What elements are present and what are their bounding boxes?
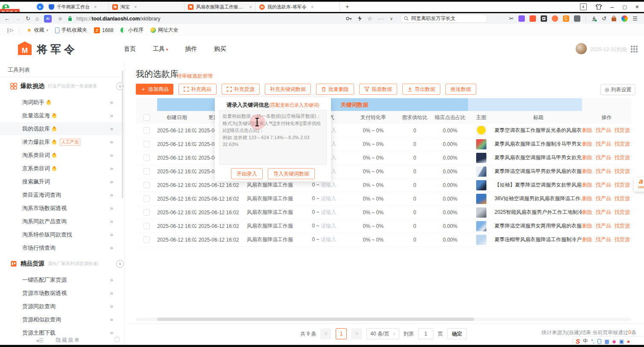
collapse-chevron-icon[interactable]: ∨ [116,260,124,268]
browser-tab-active[interactable]: M 我的选款库-将军令 × [256,2,340,12]
double-arrow-icon[interactable]: » [110,218,113,225]
cell-title[interactable]: 夏季降温空调服男女两用带风扇的衣服... [495,222,582,230]
horizontal-scrollbar-thumb[interactable] [157,318,474,321]
ime-toolbox-icon[interactable]: ▣ [619,338,624,344]
supplement-keyword-button[interactable]: 补充关键词数据 [265,84,311,95]
quick-access-icon[interactable]: ▸ [37,3,44,10]
downloads-icon[interactable] [591,16,597,22]
double-arrow-icon[interactable]: » [110,330,113,336]
nav-tools[interactable]: 工具▾ [153,45,168,53]
sidebar-item-货源相似款查询[interactable]: 货源相似款查询» [0,313,124,326]
double-arrow-icon[interactable]: » [110,277,113,283]
sidebar-item-淘系特价版同款查找[interactable]: 淘系特价版同款查找» [0,228,124,241]
delete-link[interactable]: 删除 [582,195,592,201]
minimize-button[interactable]: – [611,3,614,10]
ime-lang-toggle[interactable]: 中 [583,338,588,345]
ime-keyboard-icon[interactable]: ▦ [604,338,609,344]
sidebar-item-货源市场数据透视[interactable]: 货源市场数据透视» [0,286,124,300]
row-checkbox[interactable] [143,209,150,216]
double-arrow-icon[interactable]: » [110,112,113,119]
cell-title[interactable]: 夏季风扇衣服降温工作服制冷马甲男女... [495,140,582,148]
theme-shirt-icon[interactable] [595,4,602,10]
pending-review-link[interactable]: 待审核选款管理 [177,73,213,80]
cell-title[interactable]: 2025智能风扇衣服男户外工作工地制冷... [495,209,582,216]
double-arrow-icon[interactable]: » [110,192,113,198]
forward-icon[interactable]: → [15,15,20,22]
menu-icon[interactable]: ☰ [632,15,638,22]
row-checkbox[interactable] [143,127,150,134]
cell-title[interactable]: 36V短袖空调服男款风扇衣服降温工作... [495,195,582,202]
prev-page-button[interactable]: < [320,328,331,339]
delete-link[interactable]: 删除 [582,182,592,188]
cell-search-popularity[interactable]: 0 ~ 请输入 [299,195,349,202]
product-thumbnail[interactable] [476,125,486,136]
start-entry-button[interactable]: 开始录入 [231,168,263,179]
find-source-link[interactable]: 找货源 [615,236,630,242]
tab-count-badge[interactable]: 4 [580,3,587,10]
double-arrow-icon[interactable]: » [110,178,113,185]
sidebar-item-我的选款库[interactable]: 我的选款库» [0,122,124,135]
browser-tab[interactable]: 淘 淘宝 × [109,2,184,12]
maximize-button[interactable]: ▢ [622,4,626,10]
supplement-source-button[interactable]: 补充货源 [222,84,260,95]
find-product-link[interactable]: 找产品 [596,141,611,147]
scissors-icon[interactable]: ✂ [509,15,514,22]
ime-punctuation-icon[interactable]: °, [591,338,594,344]
extension-fox-icon[interactable] [530,15,536,22]
bookmark-1688[interactable]: Z 1688 [94,27,114,33]
sidebar-item-货源同款查询[interactable]: 货源同款查询» [0,300,124,313]
delete-link[interactable]: 删除 [582,127,592,133]
floating-1688-widget[interactable]: a 1688 [634,177,644,192]
browser-tab[interactable]: 淘 风扇衣服降温工作服_淘宝搜索 × [184,2,256,12]
product-thumbnail[interactable] [476,139,486,149]
delete-link[interactable]: 删除 [582,141,592,147]
history-undo-icon[interactable]: ↺ [602,15,606,22]
more-options-icon[interactable]: ··· [378,16,384,22]
delete-link[interactable]: 删除 [582,236,592,242]
delete-link[interactable]: 删除 [582,168,592,174]
product-thumbnail[interactable] [476,194,486,204]
double-arrow-icon[interactable]: » [110,152,113,158]
row-checkbox[interactable] [143,236,150,243]
row-checkbox[interactable] [143,168,150,175]
delete-link[interactable]: 删除 [582,223,592,229]
find-product-link[interactable]: 找产品 [596,155,611,160]
find-source-link[interactable]: 找货源 [615,155,630,160]
bookmark-favorites[interactable]: ★ 收藏 ▾ [27,26,48,34]
product-thumbnail[interactable] [476,166,486,177]
find-product-link[interactable]: 找产品 [596,195,611,201]
find-product-link[interactable]: 找产品 [596,127,611,133]
row-checkbox[interactable] [143,141,150,147]
export-data-button[interactable]: 导出数据 [402,84,440,95]
nav-home[interactable]: 首页 [124,45,136,53]
ime-toolbar[interactable]: S 中 °, ▦ ◆ ▣ ● [573,337,644,346]
password-key-icon[interactable] [346,17,352,20]
sidebar-item-批量选蓝海[interactable]: 批量选蓝海» [0,109,124,122]
delete-link[interactable]: 删除 [582,155,592,160]
cell-title[interactable]: 夏季空调衣服工作服带反光条的风扇衣... [495,127,582,134]
double-arrow-icon[interactable]: » [110,125,113,132]
sidebar-section-hot-picks[interactable]: 爆款挑选 行业产品货源一条龙服务 ∨ [10,81,117,91]
select-all-checkbox[interactable] [143,114,150,121]
find-product-link[interactable]: 找产品 [596,209,611,215]
find-source-link[interactable]: 找货源 [615,223,630,229]
find-product-link[interactable]: 找产品 [596,223,611,229]
double-arrow-icon[interactable]: » [110,316,113,323]
extension-c-icon[interactable]: C [563,15,569,22]
row-checkbox[interactable] [143,182,150,188]
sidebar-item-京系类目词[interactable]: 京系类目词» [0,162,124,175]
extensions-puzzle-icon[interactable] [574,15,580,22]
page-size-select[interactable]: 40 条/页∨ [366,328,399,339]
double-arrow-icon[interactable]: » [110,139,113,145]
pop-input-hint[interactable]: 请输入 [321,223,336,229]
tab-close-icon[interactable]: × [311,4,313,9]
cell-title[interactable]: 夏季降温空调服马甲男款带风扇的衣服... [495,168,582,175]
user-avatar-icon[interactable] [621,15,628,22]
sidebar-footer[interactable]: ◂☰ 隐藏菜单 [0,336,124,345]
ime-skin-icon[interactable]: ◆ [612,338,616,344]
add-product-button[interactable]: ＋添加商品 [136,84,173,95]
double-arrow-icon[interactable]: » [110,245,113,251]
tab-close-icon[interactable]: × [134,4,137,9]
find-source-link[interactable]: 找货源 [615,127,630,133]
cell-search-popularity[interactable]: 0 ~ 请输入 [299,209,349,216]
